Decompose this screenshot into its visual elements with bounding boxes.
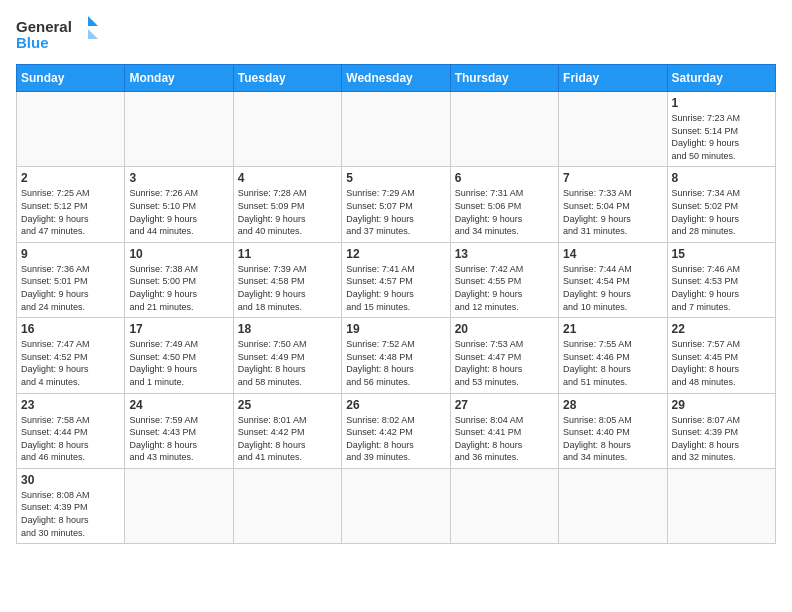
day-info: Sunrise: 7:28 AM Sunset: 5:09 PM Dayligh… bbox=[238, 187, 337, 237]
day-number: 8 bbox=[672, 171, 771, 185]
day-number: 2 bbox=[21, 171, 120, 185]
col-header-thursday: Thursday bbox=[450, 65, 558, 92]
day-info: Sunrise: 7:23 AM Sunset: 5:14 PM Dayligh… bbox=[672, 112, 771, 162]
calendar-cell: 26Sunrise: 8:02 AM Sunset: 4:42 PM Dayli… bbox=[342, 393, 450, 468]
calendar-cell bbox=[667, 468, 775, 543]
day-number: 22 bbox=[672, 322, 771, 336]
calendar-cell: 12Sunrise: 7:41 AM Sunset: 4:57 PM Dayli… bbox=[342, 242, 450, 317]
day-info: Sunrise: 7:41 AM Sunset: 4:57 PM Dayligh… bbox=[346, 263, 445, 313]
day-number: 29 bbox=[672, 398, 771, 412]
calendar-week-row: 16Sunrise: 7:47 AM Sunset: 4:52 PM Dayli… bbox=[17, 318, 776, 393]
calendar-cell: 8Sunrise: 7:34 AM Sunset: 5:02 PM Daylig… bbox=[667, 167, 775, 242]
day-number: 26 bbox=[346, 398, 445, 412]
day-info: Sunrise: 7:52 AM Sunset: 4:48 PM Dayligh… bbox=[346, 338, 445, 388]
calendar-cell: 5Sunrise: 7:29 AM Sunset: 5:07 PM Daylig… bbox=[342, 167, 450, 242]
calendar-cell bbox=[559, 92, 667, 167]
calendar-cell: 19Sunrise: 7:52 AM Sunset: 4:48 PM Dayli… bbox=[342, 318, 450, 393]
day-number: 9 bbox=[21, 247, 120, 261]
day-info: Sunrise: 7:57 AM Sunset: 4:45 PM Dayligh… bbox=[672, 338, 771, 388]
calendar-cell: 21Sunrise: 7:55 AM Sunset: 4:46 PM Dayli… bbox=[559, 318, 667, 393]
calendar-cell: 17Sunrise: 7:49 AM Sunset: 4:50 PM Dayli… bbox=[125, 318, 233, 393]
day-info: Sunrise: 8:05 AM Sunset: 4:40 PM Dayligh… bbox=[563, 414, 662, 464]
day-number: 11 bbox=[238, 247, 337, 261]
day-info: Sunrise: 7:38 AM Sunset: 5:00 PM Dayligh… bbox=[129, 263, 228, 313]
page-header: GeneralBlue bbox=[16, 16, 776, 52]
col-header-saturday: Saturday bbox=[667, 65, 775, 92]
day-info: Sunrise: 7:25 AM Sunset: 5:12 PM Dayligh… bbox=[21, 187, 120, 237]
day-number: 25 bbox=[238, 398, 337, 412]
calendar-cell bbox=[233, 468, 341, 543]
calendar-header-row: SundayMondayTuesdayWednesdayThursdayFrid… bbox=[17, 65, 776, 92]
col-header-wednesday: Wednesday bbox=[342, 65, 450, 92]
calendar-cell: 30Sunrise: 8:08 AM Sunset: 4:39 PM Dayli… bbox=[17, 468, 125, 543]
day-number: 23 bbox=[21, 398, 120, 412]
calendar-week-row: 23Sunrise: 7:58 AM Sunset: 4:44 PM Dayli… bbox=[17, 393, 776, 468]
day-info: Sunrise: 7:53 AM Sunset: 4:47 PM Dayligh… bbox=[455, 338, 554, 388]
day-info: Sunrise: 7:59 AM Sunset: 4:43 PM Dayligh… bbox=[129, 414, 228, 464]
day-number: 4 bbox=[238, 171, 337, 185]
calendar-cell bbox=[342, 92, 450, 167]
calendar-cell bbox=[125, 92, 233, 167]
day-info: Sunrise: 7:33 AM Sunset: 5:04 PM Dayligh… bbox=[563, 187, 662, 237]
day-number: 7 bbox=[563, 171, 662, 185]
day-number: 30 bbox=[21, 473, 120, 487]
day-number: 27 bbox=[455, 398, 554, 412]
calendar-table: SundayMondayTuesdayWednesdayThursdayFrid… bbox=[16, 64, 776, 544]
calendar-cell bbox=[450, 92, 558, 167]
day-info: Sunrise: 8:07 AM Sunset: 4:39 PM Dayligh… bbox=[672, 414, 771, 464]
calendar-week-row: 9Sunrise: 7:36 AM Sunset: 5:01 PM Daylig… bbox=[17, 242, 776, 317]
day-info: Sunrise: 7:50 AM Sunset: 4:49 PM Dayligh… bbox=[238, 338, 337, 388]
calendar-cell: 7Sunrise: 7:33 AM Sunset: 5:04 PM Daylig… bbox=[559, 167, 667, 242]
calendar-cell: 3Sunrise: 7:26 AM Sunset: 5:10 PM Daylig… bbox=[125, 167, 233, 242]
day-info: Sunrise: 7:58 AM Sunset: 4:44 PM Dayligh… bbox=[21, 414, 120, 464]
day-number: 14 bbox=[563, 247, 662, 261]
day-number: 16 bbox=[21, 322, 120, 336]
calendar-cell bbox=[559, 468, 667, 543]
day-info: Sunrise: 8:02 AM Sunset: 4:42 PM Dayligh… bbox=[346, 414, 445, 464]
day-info: Sunrise: 7:26 AM Sunset: 5:10 PM Dayligh… bbox=[129, 187, 228, 237]
day-number: 20 bbox=[455, 322, 554, 336]
day-info: Sunrise: 7:47 AM Sunset: 4:52 PM Dayligh… bbox=[21, 338, 120, 388]
day-info: Sunrise: 7:44 AM Sunset: 4:54 PM Dayligh… bbox=[563, 263, 662, 313]
calendar-cell: 29Sunrise: 8:07 AM Sunset: 4:39 PM Dayli… bbox=[667, 393, 775, 468]
calendar-cell bbox=[450, 468, 558, 543]
calendar-cell bbox=[125, 468, 233, 543]
day-info: Sunrise: 7:31 AM Sunset: 5:06 PM Dayligh… bbox=[455, 187, 554, 237]
calendar-cell: 25Sunrise: 8:01 AM Sunset: 4:42 PM Dayli… bbox=[233, 393, 341, 468]
day-number: 5 bbox=[346, 171, 445, 185]
calendar-cell: 15Sunrise: 7:46 AM Sunset: 4:53 PM Dayli… bbox=[667, 242, 775, 317]
calendar-cell: 28Sunrise: 8:05 AM Sunset: 4:40 PM Dayli… bbox=[559, 393, 667, 468]
calendar-week-row: 30Sunrise: 8:08 AM Sunset: 4:39 PM Dayli… bbox=[17, 468, 776, 543]
calendar-cell: 10Sunrise: 7:38 AM Sunset: 5:00 PM Dayli… bbox=[125, 242, 233, 317]
svg-marker-2 bbox=[88, 16, 98, 26]
day-number: 21 bbox=[563, 322, 662, 336]
calendar-cell bbox=[233, 92, 341, 167]
svg-text:Blue: Blue bbox=[16, 34, 49, 51]
calendar-cell bbox=[17, 92, 125, 167]
calendar-cell: 2Sunrise: 7:25 AM Sunset: 5:12 PM Daylig… bbox=[17, 167, 125, 242]
day-number: 10 bbox=[129, 247, 228, 261]
day-info: Sunrise: 7:42 AM Sunset: 4:55 PM Dayligh… bbox=[455, 263, 554, 313]
calendar-cell bbox=[342, 468, 450, 543]
calendar-cell: 27Sunrise: 8:04 AM Sunset: 4:41 PM Dayli… bbox=[450, 393, 558, 468]
calendar-cell: 6Sunrise: 7:31 AM Sunset: 5:06 PM Daylig… bbox=[450, 167, 558, 242]
calendar-week-row: 1Sunrise: 7:23 AM Sunset: 5:14 PM Daylig… bbox=[17, 92, 776, 167]
calendar-cell: 4Sunrise: 7:28 AM Sunset: 5:09 PM Daylig… bbox=[233, 167, 341, 242]
day-info: Sunrise: 8:04 AM Sunset: 4:41 PM Dayligh… bbox=[455, 414, 554, 464]
logo: GeneralBlue bbox=[16, 16, 106, 52]
calendar-cell: 14Sunrise: 7:44 AM Sunset: 4:54 PM Dayli… bbox=[559, 242, 667, 317]
calendar-week-row: 2Sunrise: 7:25 AM Sunset: 5:12 PM Daylig… bbox=[17, 167, 776, 242]
day-info: Sunrise: 8:08 AM Sunset: 4:39 PM Dayligh… bbox=[21, 489, 120, 539]
calendar-cell: 11Sunrise: 7:39 AM Sunset: 4:58 PM Dayli… bbox=[233, 242, 341, 317]
col-header-friday: Friday bbox=[559, 65, 667, 92]
col-header-monday: Monday bbox=[125, 65, 233, 92]
calendar-cell: 22Sunrise: 7:57 AM Sunset: 4:45 PM Dayli… bbox=[667, 318, 775, 393]
calendar-cell: 23Sunrise: 7:58 AM Sunset: 4:44 PM Dayli… bbox=[17, 393, 125, 468]
calendar-cell: 24Sunrise: 7:59 AM Sunset: 4:43 PM Dayli… bbox=[125, 393, 233, 468]
svg-marker-3 bbox=[88, 29, 98, 39]
day-info: Sunrise: 7:36 AM Sunset: 5:01 PM Dayligh… bbox=[21, 263, 120, 313]
day-info: Sunrise: 8:01 AM Sunset: 4:42 PM Dayligh… bbox=[238, 414, 337, 464]
calendar-cell: 9Sunrise: 7:36 AM Sunset: 5:01 PM Daylig… bbox=[17, 242, 125, 317]
day-number: 28 bbox=[563, 398, 662, 412]
day-number: 19 bbox=[346, 322, 445, 336]
